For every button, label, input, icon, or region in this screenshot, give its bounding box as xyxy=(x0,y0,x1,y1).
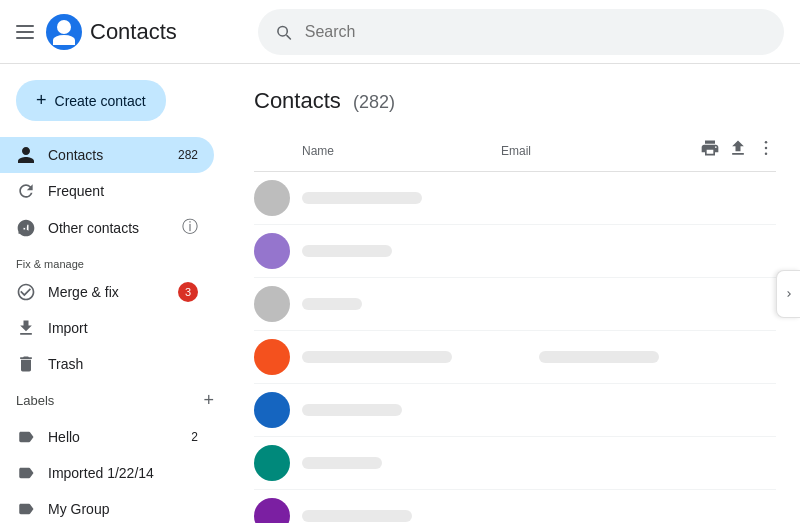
svg-point-1 xyxy=(765,147,768,150)
avatar xyxy=(254,498,290,523)
sidebar-item-frequent-label: Frequent xyxy=(48,183,104,199)
contact-row[interactable] xyxy=(254,278,776,331)
person-icon xyxy=(16,145,36,165)
contacts-list: Contacts (282) Name Email xyxy=(230,64,800,523)
svg-point-0 xyxy=(765,141,768,144)
sidebar-item-contacts-label: Contacts xyxy=(48,147,103,163)
sidebar: + Create contact Contacts 282 Frequent xyxy=(0,64,230,523)
add-label-icon[interactable]: + xyxy=(203,390,214,411)
avatar xyxy=(254,339,290,375)
sidebar-item-import-label: Import xyxy=(48,320,88,336)
label-icon-imported xyxy=(16,463,36,483)
col-email-header: Email xyxy=(501,144,700,158)
sidebar-item-trash[interactable]: Trash xyxy=(0,346,214,382)
print-icon[interactable] xyxy=(700,138,720,163)
sidebar-item-contacts[interactable]: Contacts 282 xyxy=(0,137,214,173)
contact-row[interactable] xyxy=(254,437,776,490)
contact-name xyxy=(302,245,539,257)
menu-icon[interactable] xyxy=(16,25,34,39)
labels-section-header: Labels + xyxy=(0,382,230,419)
trash-icon xyxy=(16,354,36,374)
contact-name xyxy=(302,404,539,416)
export-icon[interactable] xyxy=(728,138,748,163)
label-hello-text: Hello xyxy=(48,429,80,445)
contact-name xyxy=(302,192,539,204)
sidebar-item-mygroup[interactable]: My Group xyxy=(0,491,214,523)
label-mygroup-text: My Group xyxy=(48,501,109,517)
sidebar-item-other-label: Other contacts xyxy=(48,220,139,236)
contact-row[interactable] xyxy=(254,172,776,225)
sidebar-item-other-contacts[interactable]: Other contacts ⓘ xyxy=(0,209,214,246)
app-title: Contacts xyxy=(90,19,177,45)
sidebar-item-import[interactable]: Import xyxy=(0,310,214,346)
avatar xyxy=(254,392,290,428)
sidebar-item-merge[interactable]: Merge & fix 3 xyxy=(0,274,214,310)
contact-row[interactable] xyxy=(254,490,776,523)
sidebar-toggle[interactable] xyxy=(776,270,800,318)
contact-row[interactable] xyxy=(254,384,776,437)
table-header: Name Email xyxy=(254,130,776,172)
search-icon xyxy=(274,22,293,42)
col-name-header: Name xyxy=(254,144,501,158)
sidebar-item-hello[interactable]: Hello 2 xyxy=(0,419,214,455)
sidebar-item-merge-label: Merge & fix xyxy=(48,284,119,300)
contact-name xyxy=(302,351,539,363)
svg-point-2 xyxy=(765,153,768,156)
logo-icon xyxy=(46,14,82,50)
refresh-icon xyxy=(16,181,36,201)
topbar-left: Contacts xyxy=(16,14,246,50)
contact-email xyxy=(539,351,776,363)
fix-manage-label: Fix & manage xyxy=(0,246,230,274)
content-area: Contacts (282) Name Email xyxy=(230,64,800,523)
search-bar xyxy=(258,9,784,55)
merge-badge: 3 xyxy=(178,282,198,302)
info-icon: ⓘ xyxy=(182,217,198,238)
label-hello-count: 2 xyxy=(191,430,198,444)
avatar xyxy=(254,445,290,481)
merge-icon xyxy=(16,282,36,302)
sidebar-item-imported[interactable]: Imported 1/22/14 xyxy=(0,455,214,491)
import-icon xyxy=(16,318,36,338)
avatar xyxy=(254,233,290,269)
label-imported-text: Imported 1/22/14 xyxy=(48,465,154,481)
topbar: Contacts xyxy=(0,0,800,64)
app-logo: Contacts xyxy=(46,14,177,50)
sidebar-item-frequent[interactable]: Frequent xyxy=(0,173,214,209)
create-contact-label: Create contact xyxy=(55,93,146,109)
avatar xyxy=(254,180,290,216)
more-icon[interactable] xyxy=(756,138,776,163)
label-icon-hello xyxy=(16,427,36,447)
person-add-icon xyxy=(16,218,36,238)
label-icon-mygroup xyxy=(16,499,36,519)
contact-name xyxy=(302,510,539,522)
avatar xyxy=(254,286,290,322)
sidebar-item-trash-label: Trash xyxy=(48,356,83,372)
col-actions-header xyxy=(700,138,776,163)
page-title: Contacts (282) xyxy=(254,88,776,114)
contact-row[interactable] xyxy=(254,225,776,278)
plus-icon: + xyxy=(36,90,47,111)
contacts-badge: 282 xyxy=(178,148,198,162)
contact-name xyxy=(302,298,539,310)
labels-title: Labels xyxy=(16,393,54,408)
main-layout: + Create contact Contacts 282 Frequent xyxy=(0,64,800,523)
contact-row[interactable] xyxy=(254,331,776,384)
contact-rows-container xyxy=(254,172,776,523)
create-contact-button[interactable]: + Create contact xyxy=(16,80,166,121)
search-input[interactable] xyxy=(305,23,768,41)
contact-name xyxy=(302,457,539,469)
